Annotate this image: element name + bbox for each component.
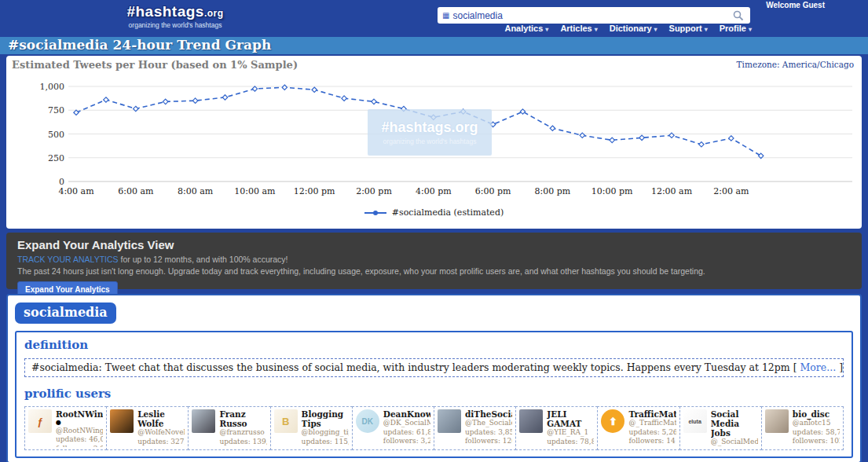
avatar: ƒ: [28, 409, 52, 433]
user-name: bio_disc: [793, 409, 840, 419]
user-followers: followers: 2,056: [56, 445, 103, 447]
user-handle: @WolfeNovels: [137, 428, 185, 438]
user-followers: followers: 28,994: [219, 447, 266, 448]
user-name-emoji: ●: [56, 419, 103, 427]
search-box[interactable]: ▦: [438, 7, 750, 24]
trend-chart-panel: Estimated Tweets per Hour (based on 1% S…: [6, 56, 862, 229]
definition-term: #socialmedia:: [31, 361, 102, 373]
promo-line2: The past 24 hours just isn't long enough…: [17, 266, 851, 276]
hashtag-badge[interactable]: socialmedia: [15, 302, 116, 324]
avatar: eluta: [683, 409, 707, 433]
svg-text:1,000: 1,000: [40, 82, 65, 92]
watermark-logo: #hashtags.org: [381, 119, 478, 136]
chevron-down-icon: ▾: [654, 26, 657, 33]
watermark-tagline: organizing the world's hashtags: [383, 138, 477, 145]
user-name: JELI GAMAT: [547, 409, 594, 428]
user-name: Blogging Tips: [302, 409, 349, 428]
site-header: #hashtags.org organizing the world's has…: [0, 0, 868, 37]
user-card[interactable]: ƒRootNWings●@RootNWingsINupdates: 46,077…: [24, 406, 107, 450]
search-icon: [733, 10, 744, 21]
user-updates: updates: 46,077: [56, 435, 103, 445]
user-card[interactable]: Leslie Wolfe@WolfeNovelsupdates: 327,703…: [106, 406, 189, 450]
svg-text:8:00 pm: 8:00 pm: [535, 186, 571, 196]
user-updates: updates: 58,763: [793, 428, 840, 438]
chart-title: Estimated Tweets per Hour (based on 1% S…: [12, 59, 298, 71]
chevron-down-icon: ▾: [749, 26, 752, 33]
nav-support[interactable]: Support▾: [669, 24, 708, 33]
chart-watermark: #hashtags.org organizing the world's has…: [368, 109, 492, 156]
user-updates: updates: 115,165: [302, 438, 349, 447]
user-card[interactable]: bio_disc@anlotc15updates: 58,763follower…: [761, 406, 844, 450]
avatar: [438, 409, 461, 433]
nav-analytics[interactable]: Analytics▾: [504, 24, 548, 33]
user-updates: updates: 327,703: [137, 438, 185, 447]
user-updates: updates: 5,261: [628, 428, 676, 438]
user-followers: followers: 14: [628, 437, 676, 446]
svg-text:250: 250: [48, 153, 64, 163]
user-followers: followers: 3,253: [383, 437, 430, 446]
nav-dictionary[interactable]: Dictionary▾: [610, 24, 657, 33]
user-updates: updates: 78,840: [547, 438, 594, 447]
nav-articles[interactable]: Articles▾: [560, 24, 597, 33]
hash-grid-icon: ▦: [442, 11, 449, 20]
bracket-close: ]: [839, 361, 843, 373]
user-followers: followers: 126: [465, 437, 512, 446]
svg-text:12:00 am: 12:00 am: [651, 186, 693, 196]
user-card[interactable]: ⬆TrafficMatic@_TrafficMaticupdates: 5,26…: [597, 406, 679, 450]
promo-title: Expand Your Analytics View: [17, 238, 851, 251]
user-name: Social Media Jobs: [711, 409, 758, 438]
legend-label: #socialmedia (estimated): [392, 207, 504, 218]
svg-text:10:00 am: 10:00 am: [234, 186, 276, 196]
bracket-open: [: [793, 361, 797, 373]
user-followers: followers: 908: [302, 447, 349, 448]
analytics-promo-panel: Expand Your Analytics View TRACK YOUR AN…: [6, 233, 862, 289]
definition-box: #socialmedia: Tweet chat that discusses …: [24, 358, 844, 377]
search-input[interactable]: [452, 10, 731, 21]
user-handle: @_TrafficMatic: [628, 419, 676, 428]
main-nav: Analytics▾Articles▾Dictionary▾Support▾Pr…: [504, 24, 752, 33]
track-analytics-link[interactable]: TRACK YOUR ANALYTICS: [17, 255, 119, 264]
user-name: RootNWings: [56, 409, 103, 419]
hashtag-inner-box: definition #socialmedia: Tweet chat that…: [15, 331, 853, 458]
logo-tagline: organizing the world's hashtags: [116, 21, 234, 29]
user-handle: @_SocialMediaJob: [711, 438, 758, 447]
logo-title: #hashtags: [126, 3, 203, 20]
user-handle: @YIE_RA_1: [547, 428, 594, 438]
svg-text:750: 750: [48, 105, 64, 116]
user-card[interactable]: DKDeanKnowsSocial@DK_SocialMediaupdates:…: [352, 406, 434, 450]
user-handle: @franzrusso: [219, 428, 266, 438]
legend-line-marker: [364, 212, 386, 214]
user-handle: @DK_SocialMedia: [383, 419, 430, 428]
user-name: diTheSocialesque: [465, 409, 512, 419]
user-updates: updates: 3,854: [465, 428, 512, 438]
user-handle: @anlotc15: [793, 419, 840, 428]
avatar: B: [274, 409, 298, 433]
svg-text:6:00 am: 6:00 am: [118, 186, 154, 196]
avatar: [192, 409, 215, 433]
user-card[interactable]: elutaSocial Media Jobs@_SocialMediaJobup…: [679, 406, 762, 450]
search-button[interactable]: [731, 9, 745, 23]
more-link[interactable]: More...: [800, 361, 837, 373]
avatar: [110, 409, 134, 433]
user-name: Franz Russo: [219, 409, 266, 428]
hashtag-detail-panel: socialmedia definition #socialmedia: Twe…: [6, 294, 862, 462]
user-card[interactable]: Franz Russo@franzrussoupdates: 139,702fo…: [188, 406, 270, 450]
user-name: TrafficMatic: [628, 409, 676, 419]
site-logo[interactable]: #hashtags.org organizing the world's has…: [116, 3, 234, 29]
chart-timezone: Timezone: America/Chicago: [737, 60, 854, 69]
chart-legend: #socialmedia (estimated): [6, 207, 862, 218]
avatar: DK: [356, 409, 379, 433]
user-followers: followers: 72,288: [137, 447, 185, 448]
chevron-down-icon: ▾: [595, 26, 598, 33]
prolific-users-row: ƒRootNWings●@RootNWingsINupdates: 46,077…: [24, 406, 844, 450]
user-card[interactable]: diTheSocialesque@The_Socialesqueupdates:…: [434, 406, 516, 450]
svg-text:4:00 pm: 4:00 pm: [416, 186, 452, 196]
user-card[interactable]: BBlogging Tips@blogging_tipupdates: 115,…: [270, 406, 353, 450]
svg-text:6:00 pm: 6:00 pm: [475, 186, 511, 196]
user-name: DeanKnowsSocial: [383, 409, 430, 419]
user-card[interactable]: JELI GAMAT@YIE_RA_1updates: 78,840follow…: [515, 406, 598, 450]
welcome-guest[interactable]: Welcome Guest: [766, 1, 825, 9]
user-updates: updates: 139,702: [219, 438, 266, 447]
nav-profile[interactable]: Profile▾: [720, 24, 752, 33]
logo-tld: .org: [204, 8, 224, 19]
